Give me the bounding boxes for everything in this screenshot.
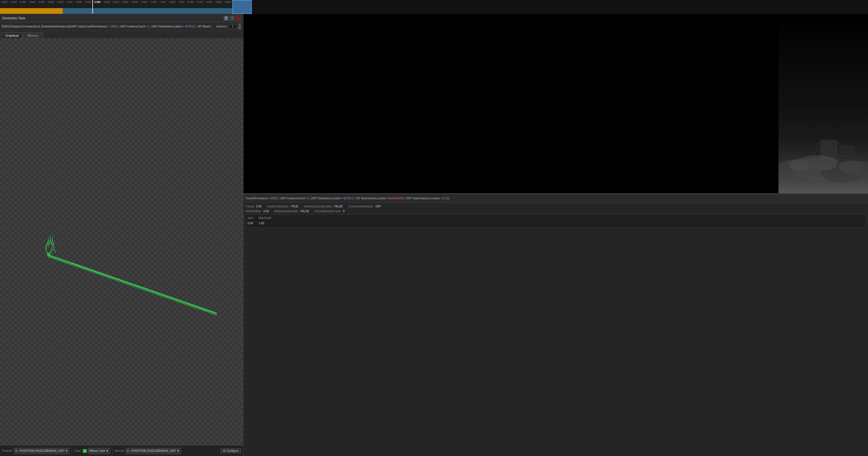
prop-conservative: ConservativeRaster: OFF (348, 205, 381, 208)
timeline-blue-section (63, 8, 232, 14)
timeline-preview-thumbnail[interactable] (232, 0, 252, 14)
prop-depth-bias: etDepthBias: 0.00 (246, 210, 269, 213)
color-segment: Color: Diffuse Color ▼ (74, 448, 110, 454)
timeline-cursor[interactable] (92, 0, 93, 14)
configure-icon: ⚙ (223, 449, 225, 452)
normal-segment: Normal: 0 - POSITION0 (S16G16B16A16_UINT… (115, 448, 181, 454)
tl-num-5985: 5,985 (94, 1, 101, 3)
svg-point-26 (839, 160, 864, 173)
normal-value: 0 - POSITION0 (S16G16B16A16_UINT (127, 449, 176, 452)
color-swatch (83, 449, 87, 453)
normal-dropdown-arrow: ▼ (177, 449, 179, 452)
command-bar: ID3D12GraphicsCommandList::DrawIndexedIn… (0, 22, 243, 31)
tab-memory[interactable]: Memory (23, 32, 43, 38)
right-panel: CountPerInstance = 15912 , UINT Instance… (243, 14, 868, 456)
3d-viewport[interactable] (0, 39, 243, 445)
multisample-label: MultisampleEnable: (275, 210, 299, 213)
timeline-progress-bar[interactable] (0, 8, 232, 14)
pin-icon (230, 17, 234, 20)
depth-bias-label: etDepthBias: (246, 210, 261, 213)
tl-num-4200: 4,200 (10, 1, 17, 3)
position-value: 0 - POSITION0 (R16G16B16A16_UINT (16, 449, 65, 452)
right-bottom-panel: CountPerInstance = 15912 , UINT Instance… (243, 194, 868, 456)
prop-forced: ForcedSampleCount: 0 (315, 210, 344, 213)
tl-num-8000: 8,000 (187, 1, 194, 3)
position-segment: Position: 0 - POSITION0 (R16G16B16A16_UI… (2, 448, 69, 454)
tab-graphical[interactable]: Graphical (1, 32, 23, 38)
svg-line-12 (48, 256, 216, 315)
max-depth-header: MaxDepth (258, 216, 272, 219)
info-cmd-close-paren: ) (448, 197, 450, 200)
instance-down-button[interactable]: ▼ (238, 27, 242, 29)
tl-num-4000: 4,000 (1, 1, 7, 3)
forced-label: ForcedSampleCount: (315, 210, 341, 213)
color-label: Color: (74, 449, 82, 452)
normal-dropdown[interactable]: 0 - POSITION0 (S16G16B16A16_UINT ▼ (126, 448, 181, 454)
info-cmd-mid2: , UINT StartIndexLocation = (309, 197, 344, 200)
status-divider-2 (112, 448, 113, 454)
properties-area: Clamp: 0.00 DepthClipEnable: TRUE Antial… (243, 203, 868, 456)
svg-rect-16 (840, 146, 854, 157)
svg-line-6 (48, 257, 217, 315)
depth-clip-label: DepthClipEnable: (267, 205, 289, 208)
tl-num-7600: 7,600 (169, 1, 175, 3)
tl-num-8800: 8,800 (225, 1, 231, 3)
depth-clip-val: TRUE (291, 205, 298, 208)
info-cmd-val1: 15912 (271, 197, 278, 200)
tl-num-8400: 8,400 (206, 1, 213, 3)
close-button[interactable]: × (236, 16, 241, 21)
tl-num-6400: 6,400 (113, 1, 120, 3)
instance-up-button[interactable]: ▲ (238, 24, 242, 26)
save-button[interactable] (224, 16, 228, 21)
panel-controls: × (224, 16, 241, 21)
configure-label: Configure (226, 449, 239, 452)
tl-num-5200: 5,200 (57, 1, 64, 3)
tl-num-4600: 4,600 (29, 1, 35, 3)
tl-num-4400: 4,400 (20, 1, 26, 3)
cmd-middle3: , INT BaseVertexLocation = (196, 25, 214, 28)
info-command-bar: CountPerInstance = 15912 , UINT Instance… (243, 194, 868, 203)
tl-num-5000: 5,000 (48, 1, 54, 3)
multisample-val: FALSE (301, 210, 309, 213)
tl-num-8200: 8,200 (197, 1, 203, 3)
color-dropdown-arrow: ▼ (106, 449, 108, 452)
pin-button[interactable] (230, 16, 235, 21)
svg-line-5 (48, 255, 217, 314)
prop-clamp: Clamp: 0.00 (246, 205, 261, 208)
tl-num-6600: 6,600 (122, 1, 129, 3)
right-top-preview (778, 14, 868, 193)
timeline-numbers[interactable]: 4,000 4,200 4,400 4,600 4,800 5,000 5,20… (0, 0, 232, 14)
timeline-orange-section (0, 8, 63, 14)
antialiased-val: FALSE (334, 205, 343, 208)
conservative-label: ConservativeRaster: (348, 205, 374, 208)
tl-num-7000: 7,000 (141, 1, 147, 3)
right-top-black (243, 14, 778, 193)
instance-value-box[interactable]: 0 (228, 24, 237, 29)
position-dropdown[interactable]: 0 - POSITION0 (R16G16B16A16_UINT ▼ (14, 448, 69, 454)
configure-button[interactable]: ⚙ Configure (220, 449, 241, 453)
position-dropdown-arrow: ▼ (65, 449, 68, 452)
tl-num-8600: 8,600 (215, 1, 222, 3)
color-dropdown[interactable]: Diffuse Color ▼ (88, 448, 110, 454)
svg-rect-1 (225, 17, 227, 18)
tl-num-7200: 7,200 (150, 1, 157, 3)
tabs-bar: Graphical Memory (0, 31, 243, 39)
right-top-area (243, 14, 868, 193)
svg-point-24 (789, 159, 812, 171)
info-cmd-mid1: , UINT InstanceCount = (278, 197, 308, 200)
instance-label: Instance: (216, 25, 227, 28)
command-text: ID3D12GraphicsCommandList::DrawIndexedIn… (2, 25, 214, 28)
depth-header-row: epth MaxDepth (248, 216, 864, 220)
tl-num-5600: 5,600 (75, 1, 82, 3)
info-cmd-val5: 1115 (442, 197, 448, 200)
panel-title: Geometry View (2, 16, 25, 20)
clamp-label: Clamp: (246, 205, 255, 208)
min-depth-header: epth (248, 216, 253, 219)
conservative-val: OFF (375, 205, 381, 208)
tl-num-5400: 5,400 (66, 1, 73, 3)
antialiased-label: AntialiasedLineEnable: (304, 205, 333, 208)
timeline-rest (252, 0, 868, 14)
cmd-middle2: , UINT StartIndexLocation = (150, 25, 185, 28)
depth-table: epth MaxDepth 0.00 1.00 (246, 214, 866, 228)
clamp-val: 0.00 (256, 205, 261, 208)
